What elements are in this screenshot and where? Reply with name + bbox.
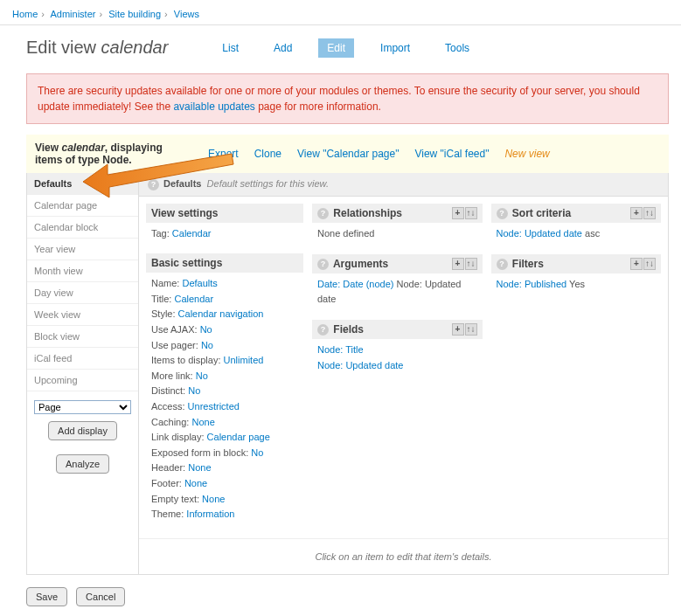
setting-label: More link: <box>151 370 196 381</box>
setting-row: Distinct: No <box>151 384 298 399</box>
breadcrumb-views[interactable]: Views <box>174 9 199 19</box>
panel-basic-settings: Basic settings Name: DefaultsTitle: Cale… <box>146 253 303 526</box>
rearrange-icon[interactable]: ↑↓ <box>643 207 656 219</box>
setting-label: Access: <box>151 401 188 412</box>
help-icon: ? <box>148 179 159 190</box>
tab-tools[interactable]: Tools <box>436 38 478 58</box>
setting-label: Use AJAX: <box>151 324 200 335</box>
clone-link[interactable]: Clone <box>254 148 281 160</box>
breadcrumb: Home› Administer› Site building› Views <box>0 0 681 25</box>
setting-label: Exposed form in block: <box>151 447 251 458</box>
setting-link[interactable]: Unlimited <box>224 355 264 365</box>
setting-row: Exposed form in block: No <box>151 446 298 461</box>
add-icon[interactable]: + <box>452 323 464 336</box>
sidebar-tab-week-view[interactable]: Week view <box>27 304 138 326</box>
sidebar-tab-month-view[interactable]: Month view <box>27 260 138 282</box>
help-icon: ? <box>317 208 329 219</box>
sidebar-tab-day-view[interactable]: Day view <box>27 282 138 304</box>
sidebar-tab-calendar-page[interactable]: Calendar page <box>27 195 138 217</box>
setting-row: Node: Published Yes <box>497 277 657 293</box>
setting-row: Empty text: None <box>151 492 298 508</box>
tab-edit[interactable]: Edit <box>318 38 354 58</box>
sidebar-tab-upcoming[interactable]: Upcoming <box>27 370 138 391</box>
save-button[interactable]: Save <box>26 587 67 606</box>
setting-row: Node: Updated date asc <box>497 226 657 242</box>
setting-label: Header: <box>151 462 188 473</box>
setting-link[interactable]: None <box>202 494 225 504</box>
setting-link[interactable]: None <box>184 478 207 488</box>
setting-link[interactable]: Node: Updated date <box>497 228 582 239</box>
setting-link[interactable]: No <box>251 447 263 458</box>
rearrange-icon[interactable]: ↑↓ <box>465 258 477 270</box>
rearrange-icon[interactable]: ↑↓ <box>465 207 477 219</box>
setting-link[interactable]: Date: Date (node) <box>317 279 393 289</box>
sidebar-tab-year-view[interactable]: Year view <box>27 239 138 260</box>
tab-list[interactable]: List <box>213 38 247 58</box>
setting-link[interactable]: None <box>191 417 214 427</box>
setting-row: Link display: Calendar page <box>151 430 298 446</box>
setting-link[interactable]: No <box>200 324 212 335</box>
setting-label: Caching: <box>151 417 191 427</box>
setting-label: Theme: <box>151 509 186 519</box>
setting-link[interactable]: No <box>201 340 213 350</box>
setting-link[interactable]: None <box>188 462 211 473</box>
available-updates-link[interactable]: available updates <box>173 100 254 113</box>
help-icon: ? <box>317 324 329 336</box>
display-type-select[interactable]: Page <box>34 400 131 414</box>
setting-suffix: asc <box>582 228 600 239</box>
defaults-header: ? Defaults Default settings for this vie… <box>139 173 668 197</box>
setting-link[interactable]: Calendar <box>172 228 212 239</box>
setting-row: Date: Date (node) Node: Updated date <box>317 277 477 308</box>
new-view-link[interactable]: New view <box>504 148 549 160</box>
setting-row: Title: Calendar <box>151 292 298 308</box>
add-icon[interactable]: + <box>452 258 464 270</box>
analyze-button[interactable]: Analyze <box>56 454 109 474</box>
sidebar-tab-block-view[interactable]: Block view <box>27 326 138 348</box>
setting-row: Style: Calendar navigation <box>151 307 298 322</box>
setting-label: Title: <box>151 294 175 304</box>
setting-link[interactable]: Node: Updated date <box>317 360 403 370</box>
setting-label: Style: <box>151 308 178 319</box>
sidebar-tab-ical-feed[interactable]: iCal feed <box>27 348 138 370</box>
cancel-button[interactable]: Cancel <box>76 587 125 606</box>
breadcrumb-home[interactable]: Home <box>12 9 38 19</box>
setting-link[interactable]: Calendar <box>175 294 214 304</box>
sidebar-tab-calendar-block[interactable]: Calendar block <box>27 217 138 239</box>
empty-text: None defined <box>317 228 374 239</box>
setting-suffix: Yes <box>566 279 585 289</box>
setting-link[interactable]: Unrestricted <box>188 401 240 412</box>
setting-row: More link: No <box>151 369 298 384</box>
tab-add[interactable]: Add <box>265 38 301 58</box>
add-icon[interactable]: + <box>630 207 643 219</box>
setting-link[interactable]: Node: Published <box>497 279 567 289</box>
setting-link[interactable]: Calendar page <box>207 432 270 442</box>
setting-link[interactable]: Defaults <box>182 278 217 288</box>
primary-tabs: List Add Edit Import Tools <box>213 38 478 58</box>
setting-link[interactable]: Information <box>186 509 234 519</box>
setting-link[interactable]: No <box>188 385 200 396</box>
setting-label: Items to display: <box>151 355 224 365</box>
security-alert: There are security updates available for… <box>26 73 669 124</box>
tab-import[interactable]: Import <box>372 38 419 58</box>
rearrange-icon[interactable]: ↑↓ <box>643 258 656 270</box>
breadcrumb-site-building[interactable]: Site building <box>108 9 161 19</box>
export-link[interactable]: Export <box>208 148 239 160</box>
setting-row: Access: Unrestricted <box>151 399 298 415</box>
view-summary: View calendar, displaying items of type … <box>26 135 669 173</box>
help-icon: ? <box>317 259 329 270</box>
rearrange-icon[interactable]: ↑↓ <box>465 323 477 336</box>
summary-text: View calendar, displaying items of type … <box>35 142 192 166</box>
sidebar-tab-defaults[interactable]: Defaults <box>27 173 138 195</box>
setting-link[interactable]: No <box>196 370 208 381</box>
add-icon[interactable]: + <box>630 258 643 270</box>
setting-row: Items to display: Unlimited <box>151 353 298 369</box>
add-display-button[interactable]: Add display <box>48 421 117 440</box>
add-icon[interactable]: + <box>452 207 464 219</box>
setting-link[interactable]: Calendar navigation <box>178 308 264 319</box>
breadcrumb-administer[interactable]: Administer <box>50 9 95 19</box>
setting-link[interactable]: Node: Title <box>317 344 364 355</box>
setting-row: Use AJAX: No <box>151 322 298 338</box>
view-calendar-page-link[interactable]: View "Calendar page" <box>297 148 399 160</box>
view-ical-feed-link[interactable]: View "iCal feed" <box>414 148 489 160</box>
setting-label: Link display: <box>151 432 207 442</box>
